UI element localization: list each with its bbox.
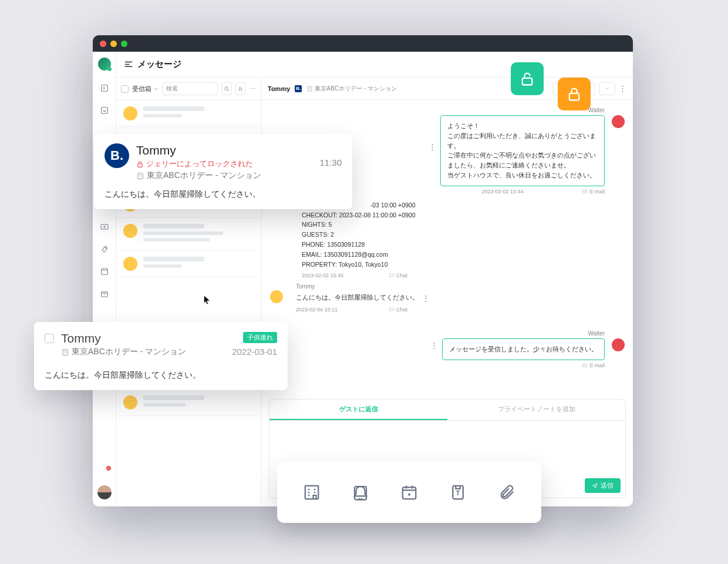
nav-broom-icon[interactable]: [100, 244, 109, 254]
concierge-icon[interactable]: [352, 484, 369, 501]
message-time: 2023-02-02 15:44: [481, 189, 523, 194]
svg-rect-12: [101, 224, 108, 229]
page-title: メッセージ: [137, 59, 181, 70]
property-label: 東京ABCホリデー - マンション: [136, 170, 261, 181]
inbox-item[interactable]: [116, 251, 261, 277]
select-checkbox[interactable]: [45, 334, 54, 343]
system-message: -03 10:00 +0900 CHECKOUT: 2023-02-08 11:…: [302, 199, 416, 271]
preview-text: こんにちは。今日部屋掃除してください。: [105, 189, 342, 200]
inbox-item[interactable]: [116, 390, 261, 416]
thread-property: 東京ABCホリデー - マンション: [306, 85, 396, 93]
attachment-icon[interactable]: [498, 484, 515, 501]
svg-point-16: [224, 86, 228, 90]
channel-email: E-mail: [582, 189, 605, 194]
guest-tag: 子供連れ: [243, 332, 277, 343]
message-menu[interactable]: ⋮: [422, 294, 430, 303]
thread-more[interactable]: ⋮: [619, 84, 627, 93]
toolbar-card: [277, 462, 541, 523]
nav-rail: 1: [93, 52, 116, 506]
nav-calendar-icon[interactable]: [100, 267, 109, 276]
message-time: 2023-02-04 15:11: [296, 307, 338, 313]
zoom-dot[interactable]: [121, 41, 127, 47]
svg-rect-10: [101, 108, 107, 114]
tab-note[interactable]: プライベートノートを追加: [447, 400, 625, 420]
inbox-dropdown[interactable]: 受信箱: [132, 85, 159, 93]
guest-name: Tommy: [61, 331, 186, 345]
preview-date: 2022-03-01: [232, 347, 277, 357]
channel-email: E-mail: [582, 362, 605, 368]
cursor-icon: [203, 295, 211, 305]
minimize-dot[interactable]: [110, 41, 117, 47]
building-icon[interactable]: [303, 484, 321, 501]
preview-card-locked: B. Tommy ジェリーによってロックされた 東京ABCホリデー - マンショ…: [94, 134, 352, 209]
message-bubble: ようこそ！ この度はご利用いただき、誠にありがとうございます。 ご滞在中に何かご…: [440, 115, 605, 186]
calendar-icon[interactable]: [400, 484, 418, 501]
thread-name: Tommy: [268, 85, 290, 92]
sender-label: Tommy: [296, 283, 315, 290]
app-logo[interactable]: [98, 58, 111, 70]
nav-money-icon[interactable]: [100, 222, 109, 231]
svg-point-13: [103, 226, 105, 228]
menu-icon[interactable]: [124, 61, 133, 68]
message-menu[interactable]: ⋮: [430, 341, 439, 350]
sender-label: Waiter: [442, 330, 605, 337]
property-label: 東京ABCホリデー - マンション: [61, 347, 186, 357]
message-menu[interactable]: ⋮: [429, 142, 437, 151]
page-header: メッセージ: [116, 52, 633, 78]
nav-icon-1[interactable]: [100, 83, 109, 93]
locked-by-label: ジェリーによってロックされた: [136, 159, 261, 169]
svg-rect-14: [101, 268, 107, 274]
sender-avatar: [612, 115, 625, 128]
inbox-item[interactable]: [116, 100, 261, 127]
inbox-more[interactable]: ⋯: [250, 85, 257, 93]
booking-badge: B.: [295, 85, 302, 92]
message-bubble: メッセージを受信しました。少々お待ちください。: [442, 338, 605, 360]
message-bubble: こんにちは。今日部屋掃除してください。: [296, 291, 419, 304]
close-dot[interactable]: [100, 41, 106, 47]
preview-time: 11:30: [319, 157, 342, 167]
app-window: 1 メッセージ 受信箱 検索 ⋯: [93, 35, 633, 506]
inbox-item[interactable]: [116, 218, 261, 251]
template-icon[interactable]: [449, 484, 467, 501]
user-avatar[interactable]: [97, 485, 112, 499]
lock-button[interactable]: [558, 78, 591, 110]
preview-card-tagged: Tommy 東京ABCホリデー - マンション 子供連れ 2022-03-01 …: [34, 322, 288, 390]
search-input[interactable]: 検索: [162, 82, 218, 95]
booking-logo: B.: [105, 143, 129, 168]
preview-text: こんにちは。今日部屋掃除してください。: [45, 370, 277, 381]
guest-name: Tommy: [136, 143, 261, 157]
sender-avatar: [270, 290, 283, 303]
nav-archive-icon[interactable]: [100, 289, 109, 298]
message-time: 2023-02-02 15:45: [302, 273, 343, 278]
select-all-checkbox[interactable]: [121, 85, 129, 93]
nav-icon-2[interactable]: [100, 106, 109, 115]
unlock-button[interactable]: [511, 62, 544, 95]
sort-button[interactable]: [235, 82, 246, 95]
titlebar: [93, 35, 633, 52]
tab-reply[interactable]: ゲストに返信: [269, 400, 447, 420]
channel-chat: Chat: [389, 307, 407, 313]
notification-badge[interactable]: 1: [106, 465, 112, 471]
sender-avatar: [612, 338, 625, 351]
channel-chat: Chat: [389, 273, 407, 278]
send-button[interactable]: 送信: [585, 478, 621, 493]
search-button[interactable]: [221, 82, 232, 95]
filter-pill-3[interactable]: [599, 82, 615, 95]
